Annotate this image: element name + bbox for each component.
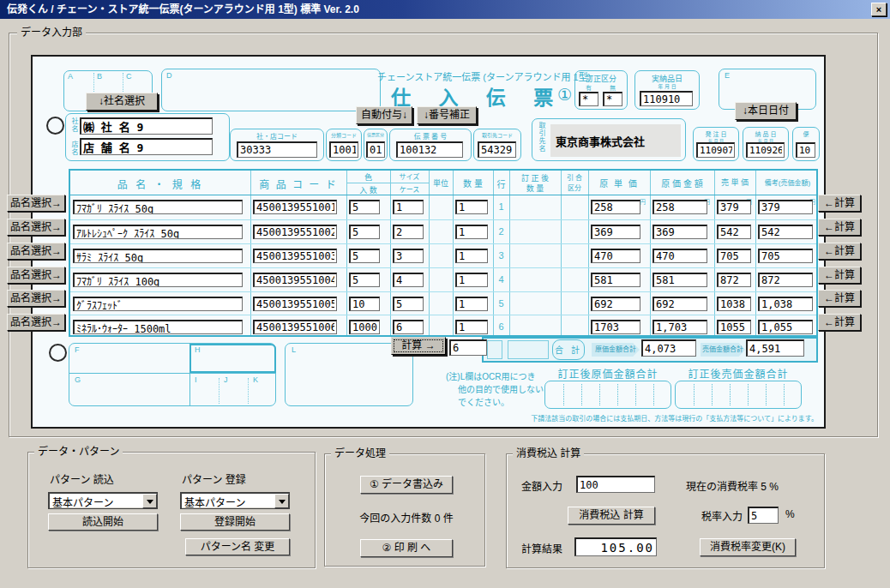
case-field[interactable] — [393, 297, 424, 311]
sell-unit-field[interactable] — [717, 320, 751, 334]
row-calc-button-4[interactable]: ←計算 — [818, 267, 861, 284]
row-calc-button-1[interactable]: ←計算 — [818, 195, 861, 212]
slip-number-field[interactable] — [396, 141, 463, 158]
item-select-button-4[interactable]: 品名選択→ — [7, 267, 65, 284]
company-name-field[interactable] — [80, 117, 213, 135]
store-name-field[interactable] — [80, 138, 213, 155]
item-code-field[interactable] — [253, 320, 337, 334]
remarks-field[interactable] — [758, 200, 813, 214]
item-name-field[interactable] — [73, 320, 243, 334]
pack-field[interactable] — [349, 297, 380, 311]
chevron-down-icon[interactable] — [142, 494, 157, 508]
data-write-button[interactable]: ① データ書込み — [360, 476, 453, 494]
number-fix-button[interactable]: ↓番号補正 — [417, 106, 477, 124]
pattern-rename-button[interactable]: パターン名 変更 — [185, 538, 290, 555]
cost-amount-field[interactable] — [652, 297, 707, 311]
remarks-field[interactable] — [758, 225, 813, 239]
today-date-button[interactable]: ↓本日日付 — [735, 102, 797, 120]
change-tax-rate-button[interactable]: 消費税率変更(K) — [700, 538, 796, 556]
sell-unit-field[interactable] — [717, 200, 751, 214]
item-select-button-2[interactable]: 品名選択→ — [7, 219, 65, 236]
pattern-register-combo[interactable]: 基本パターン — [180, 492, 290, 509]
remarks-field[interactable] — [758, 320, 813, 334]
sell-unit-field[interactable] — [717, 273, 751, 287]
qty-field[interactable] — [455, 225, 488, 239]
remarks-field[interactable] — [758, 297, 813, 311]
pattern-read-combo[interactable]: 基本パターン — [48, 492, 158, 509]
item-name-field[interactable] — [73, 249, 243, 263]
cost-unit-field[interactable] — [591, 273, 640, 287]
case-field[interactable] — [393, 225, 424, 239]
cost-amount-field[interactable] — [652, 320, 707, 334]
total-calc-button[interactable]: 計算 → — [391, 337, 446, 355]
item-select-button-5[interactable]: 品名選択→ — [7, 290, 65, 307]
vendor-code-field[interactable] — [478, 141, 516, 158]
cost-amount-field[interactable] — [652, 249, 707, 263]
cost-unit-field[interactable] — [591, 225, 640, 239]
tax-calc-button[interactable]: 消費税込 計算 — [568, 507, 655, 525]
auto-assign-button[interactable]: 自動付与↓ — [356, 106, 412, 124]
company-select-button[interactable]: ↓社名選択 — [86, 93, 158, 111]
item-name-field[interactable] — [73, 273, 243, 287]
case-field[interactable] — [393, 200, 424, 214]
item-select-button-1[interactable]: 品名選択→ — [7, 195, 65, 212]
calc-result-field[interactable] — [574, 537, 657, 556]
chevron-down-icon[interactable] — [274, 494, 289, 508]
qty-field[interactable] — [455, 320, 488, 334]
sell-unit-field[interactable] — [717, 225, 751, 239]
cost-unit-field[interactable] — [591, 297, 640, 311]
cost-unit-field[interactable] — [591, 320, 640, 334]
case-field[interactable] — [393, 249, 424, 263]
row-calc-button-5[interactable]: ←計算 — [818, 290, 861, 307]
sell-unit-field[interactable] — [717, 249, 751, 263]
cost-amount-field[interactable] — [652, 200, 707, 214]
item-code-field[interactable] — [253, 273, 337, 287]
cost-amount-field[interactable] — [652, 273, 707, 287]
close-icon[interactable]: × — [871, 3, 887, 16]
delivery-date-field[interactable] — [746, 142, 785, 158]
row-calc-button-6[interactable]: ←計算 — [818, 314, 861, 331]
line-count-field[interactable] — [449, 339, 487, 356]
qty-field[interactable] — [455, 200, 488, 214]
qty-field[interactable] — [455, 297, 488, 311]
qty-field[interactable] — [455, 249, 488, 263]
cost-total-field[interactable] — [641, 339, 696, 357]
print-button[interactable]: ② 印 刷 へ — [360, 539, 453, 557]
cost-amount-field[interactable] — [652, 225, 707, 239]
pack-field[interactable] — [349, 249, 380, 263]
qty-field[interactable] — [455, 273, 488, 287]
item-code-field[interactable] — [253, 249, 337, 263]
class-code-field[interactable] — [329, 141, 358, 158]
pack-field[interactable] — [349, 225, 380, 239]
company-store-code-field[interactable] — [237, 141, 317, 158]
actual-delivery-field[interactable] — [640, 91, 693, 106]
case-field[interactable] — [393, 320, 424, 334]
sell-total-field[interactable] — [746, 339, 804, 357]
cost-unit-field[interactable] — [591, 249, 640, 263]
slip-class-field[interactable] — [366, 141, 385, 158]
cost-unit-field[interactable] — [591, 200, 640, 214]
remarks-field[interactable] — [758, 273, 813, 287]
correction-field-1[interactable] — [579, 92, 598, 106]
order-date-field[interactable] — [696, 142, 735, 158]
amount-input[interactable] — [576, 476, 655, 493]
item-code-field[interactable] — [253, 200, 337, 214]
row-calc-button-2[interactable]: ←計算 — [818, 219, 861, 236]
rate-input[interactable] — [748, 507, 779, 524]
item-code-field[interactable] — [253, 297, 337, 311]
bin-field[interactable] — [796, 142, 815, 158]
item-select-button-6[interactable]: 品名選択→ — [7, 314, 65, 331]
case-field[interactable] — [393, 273, 424, 287]
item-name-field[interactable] — [73, 297, 243, 311]
pack-field[interactable] — [349, 273, 380, 287]
item-name-field[interactable] — [73, 225, 243, 239]
item-name-field[interactable] — [73, 200, 243, 214]
register-start-button[interactable]: 登録開始 — [180, 513, 290, 531]
row-calc-button-3[interactable]: ←計算 — [818, 243, 861, 260]
item-select-button-3[interactable]: 品名選択→ — [7, 243, 65, 260]
item-code-field[interactable] — [253, 225, 337, 239]
pack-field[interactable] — [349, 320, 380, 334]
pack-field[interactable] — [349, 200, 380, 214]
read-start-button[interactable]: 読込開始 — [48, 513, 158, 531]
remarks-field[interactable] — [758, 249, 813, 263]
